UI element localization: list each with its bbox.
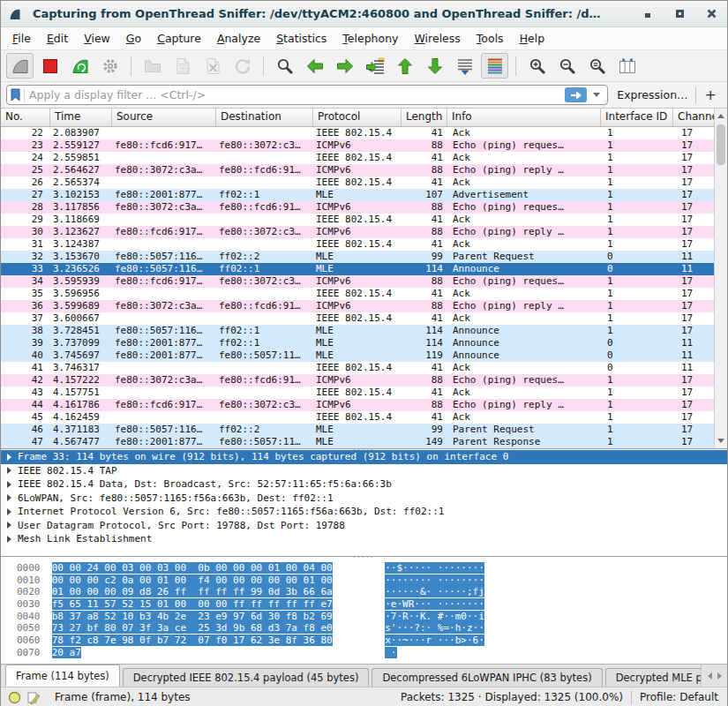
column-header-source[interactable]: Source <box>112 109 216 126</box>
menu-file[interactable]: File <box>4 28 39 49</box>
colorize-button[interactable] <box>481 53 508 79</box>
hex-ascii[interactable]: · <box>385 647 396 658</box>
go-first-button[interactable] <box>391 53 418 79</box>
status-profile-text[interactable]: Profile: Default <box>640 691 718 703</box>
byte-view-tab[interactable]: Decrypted IEEE 802.15.4 payload (45 byte… <box>123 668 370 687</box>
column-header-destination[interactable]: Destination <box>216 109 313 126</box>
packet-list-scrollbar[interactable] <box>714 109 727 448</box>
byte-view-tab[interactable]: Decompressed 6LoWPAN IPHC (83 bytes) <box>372 668 602 687</box>
scroll-up-button[interactable] <box>715 109 727 123</box>
detail-line[interactable]: IEEE 802.15.4 TAP <box>1 464 727 478</box>
hex-ascii[interactable]: x··~···r ···b>·6· <box>385 635 484 646</box>
detail-line[interactable]: 6LoWPAN, Src: fe80::5057:1165:f56a:663b,… <box>1 492 727 506</box>
close-button[interactable] <box>706 9 717 19</box>
detail-line[interactable]: Internet Protocol Version 6, Src: fe80::… <box>1 505 727 519</box>
splitter-handle[interactable]: ····· <box>353 448 374 453</box>
packet-row[interactable]: 424.157222fe80::3072:c3a…fe80::fcd6:91…I… <box>1 374 716 387</box>
column-header-length[interactable]: Length <box>402 109 447 126</box>
expander-triangle-icon[interactable] <box>7 522 11 529</box>
detail-line[interactable]: Mesh Link Establishment <box>1 532 727 546</box>
column-header-time[interactable]: Time <box>50 109 112 126</box>
go-back-button[interactable] <box>301 53 328 79</box>
filter-history-caret[interactable] <box>593 93 600 97</box>
column-header-interface-id[interactable]: Interface ID <box>601 109 673 126</box>
hex-ascii[interactable]: ·e·WR··· ········ <box>385 598 484 610</box>
hex-ascii[interactable]: ··$····· ········ <box>385 562 484 574</box>
byte-view-tab[interactable]: Frame (114 bytes) <box>5 665 120 687</box>
hex-line[interactable]: 0040 b8 37 a8 52 10 b3 4b 2e 23 e9 97 6d… <box>17 611 727 623</box>
packet-row[interactable]: 323.153670fe80::5057:116…ff02::2MLE99Par… <box>1 251 716 263</box>
menu-edit[interactable]: Edit <box>39 28 76 49</box>
zoom-reset-button[interactable] <box>583 53 611 79</box>
hex-bytes[interactable]: f5 65 11 57 52 15 01 00 00 00 ff ff ff f… <box>52 598 333 610</box>
expert-info-icon[interactable] <box>8 691 21 704</box>
packet-row[interactable]: 313.124387IEEE 802.15.441Ack117 <box>1 238 716 251</box>
hex-bytes[interactable]: b8 37 a8 52 10 b3 4b 2e 23 e9 97 6d 30 f… <box>52 611 333 622</box>
display-filter-input[interactable]: Apply a display filter ... <Ctrl-/> <box>6 85 608 105</box>
column-header-no[interactable]: No. <box>1 109 50 126</box>
packet-row[interactable]: 242.559851IEEE 802.15.441Ack117 <box>1 152 716 164</box>
hex-line[interactable]: 0020 01 00 00 00 09 d8 26 ff ff ff ff 99… <box>17 586 727 598</box>
hex-bytes[interactable]: 78 f2 c8 7e 98 0f b7 72 07 f0 17 62 3e 8… <box>52 635 333 646</box>
column-header-channel[interactable]: Channel <box>673 109 716 126</box>
hex-ascii[interactable]: s'···?:· %=·h·z·· <box>385 622 484 634</box>
menu-help[interactable]: Help <box>512 28 553 49</box>
hex-bytes[interactable]: 73 27 bf 80 07 3f 3a ce 25 3d 9b 68 d3 7… <box>52 622 333 634</box>
menu-analyze[interactable]: Analyze <box>209 28 268 49</box>
hex-ascii[interactable]: ········ ········ <box>385 575 484 586</box>
hex-bytes[interactable]: 00 00 24 00 03 00 03 00 0b 00 00 00 01 0… <box>52 562 333 574</box>
hex-ascii[interactable]: ······&· ·····;fj <box>385 586 484 597</box>
packet-row[interactable]: 252.564627fe80::3072:c3a…fe80::fcd6:91…I… <box>1 164 716 176</box>
packet-row[interactable]: 273.102153fe80::2001:877…ff02::1MLE107Ad… <box>1 189 716 201</box>
scroll-down-button[interactable] <box>715 434 727 447</box>
packet-row[interactable]: 222.083907IEEE 802.15.441Ack117 <box>1 127 716 139</box>
menu-capture[interactable]: Capture <box>149 28 209 49</box>
filter-add-button[interactable]: + <box>696 86 720 103</box>
packet-row[interactable]: 333.236526fe80::5057:116…ff02::1MLE114An… <box>1 263 716 275</box>
packet-row[interactable]: 232.559127fe80::fcd6:917…fe80::3072:c3…I… <box>1 139 716 152</box>
packet-row[interactable]: 303.123627fe80::fcd6:917…fe80::3072:c3…I… <box>1 226 716 238</box>
packet-row[interactable]: 293.118669IEEE 802.15.441Ack117 <box>1 214 716 226</box>
resize-columns-button[interactable] <box>613 53 641 79</box>
maximize-button[interactable] <box>674 9 685 19</box>
capture-restart-button[interactable] <box>66 53 94 79</box>
capture-comment-icon[interactable] <box>27 691 41 704</box>
filter-bookmark-icon[interactable] <box>11 88 20 101</box>
expander-triangle-icon[interactable] <box>7 481 11 488</box>
hex-ascii[interactable]: ·7·R··K. #··m0··i <box>385 611 484 622</box>
hex-line[interactable]: 0010 00 00 00 c2 0a 00 01 00 f4 00 00 00… <box>17 575 727 587</box>
hex-bytes[interactable]: 01 00 00 00 09 d8 26 ff ff ff ff 99 0d 3… <box>52 586 333 597</box>
capture-stop-button[interactable] <box>36 53 64 79</box>
menu-statistics[interactable]: Statistics <box>268 28 334 49</box>
packet-row[interactable]: 373.600667IEEE 802.15.441Ack117 <box>1 312 716 325</box>
zoom-out-button[interactable] <box>553 53 581 79</box>
packet-row[interactable]: 262.565374IEEE 802.15.441Ack117 <box>1 176 716 189</box>
packet-row[interactable]: 454.162459IEEE 802.15.441Ack117 <box>1 411 716 424</box>
expression-button[interactable]: Expression… <box>608 88 694 101</box>
hex-line[interactable]: 0000 00 00 24 00 03 00 03 00 0b 00 00 00… <box>17 562 727 575</box>
menu-tools[interactable]: Tools <box>469 28 512 49</box>
splitter-handle[interactable]: ····· <box>353 556 374 560</box>
packet-row[interactable]: 434.157751IEEE 802.15.441Ack117 <box>1 387 716 399</box>
zoom-in-button[interactable] <box>523 53 551 79</box>
tab-scroll-right-icon[interactable] <box>717 672 722 680</box>
expander-triangle-icon[interactable] <box>7 536 11 543</box>
find-packet-button[interactable] <box>271 53 298 79</box>
go-last-button[interactable] <box>421 53 448 79</box>
expander-triangle-icon[interactable] <box>7 508 11 515</box>
menu-go[interactable]: Go <box>118 28 149 49</box>
packet-row[interactable]: 413.746317IEEE 802.15.441Ack011 <box>1 362 716 374</box>
expander-triangle-icon[interactable] <box>7 467 11 474</box>
packet-row[interactable]: 393.737099fe80::2001:877…ff02::1MLE114An… <box>1 337 716 349</box>
hex-bytes[interactable]: 20 a7 <box>52 647 81 658</box>
detail-line[interactable]: IEEE 802.15.4 Data, Dst: Broadcast, Src:… <box>1 477 727 492</box>
expander-triangle-icon[interactable] <box>7 454 11 461</box>
hex-line[interactable]: 0050 73 27 bf 80 07 3f 3a ce 25 3d 9b 68… <box>17 622 727 635</box>
hex-line[interactable]: 0060 78 f2 c8 7e 98 0f b7 72 07 f0 17 62… <box>17 635 727 647</box>
capture-options-button[interactable] <box>96 53 124 79</box>
packet-row[interactable]: 283.117856fe80::3072:c3a…fe80::fcd6:91…I… <box>1 201 716 214</box>
packet-row[interactable]: 444.161786fe80::fcd6:917…fe80::3072:c3…I… <box>1 399 716 411</box>
expander-triangle-icon[interactable] <box>7 494 11 501</box>
go-forward-button[interactable] <box>331 53 358 79</box>
detail-line[interactable]: User Datagram Protocol, Src Port: 19788,… <box>1 519 727 533</box>
